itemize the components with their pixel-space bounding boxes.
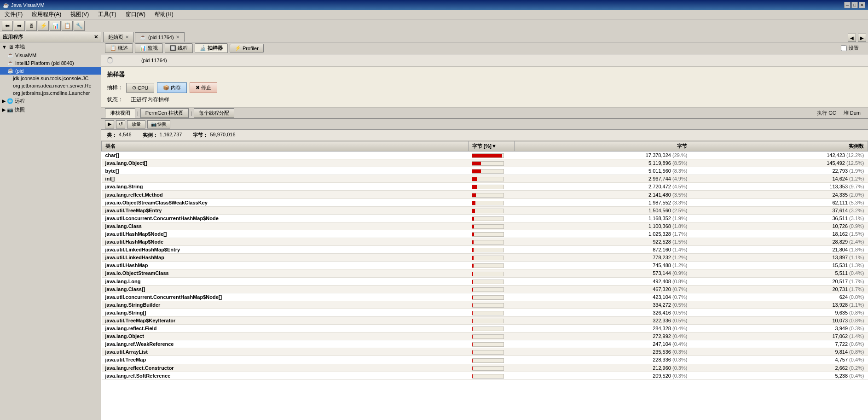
table-row[interactable]: java.lang.Class[] 467,320 (0.7%) 20,731 … bbox=[102, 285, 868, 293]
table-row[interactable]: java.lang.Class 1,100,368 (1.8%) 10,726 … bbox=[102, 222, 868, 230]
menu-help[interactable]: 帮助(H) bbox=[152, 10, 176, 19]
toolbar-snapshot[interactable]: 📷 快照 bbox=[147, 120, 170, 128]
sidebar-item-launcher[interactable]: org.jetbrains.jps.cmdline.Launcher bbox=[0, 89, 101, 97]
menu-app[interactable]: 应用程序(A) bbox=[29, 10, 64, 19]
table-row[interactable]: java.lang.Object[] 5,119,896 (8.5%) 145,… bbox=[102, 159, 868, 167]
toolbar-btn5[interactable]: 🔧 bbox=[74, 21, 85, 31]
tab-start-close[interactable]: ✕ bbox=[125, 35, 129, 40]
close-button[interactable]: ✕ bbox=[859, 2, 865, 8]
cpu-button[interactable]: ⊙ CPU bbox=[126, 83, 154, 93]
table-row[interactable]: java.lang.ref.WeakReference 247,104 (0.4… bbox=[102, 340, 868, 348]
table-row[interactable]: java.lang.reflect.Method 2,141,480 (3.5%… bbox=[102, 191, 868, 198]
cell-bytes-bar bbox=[468, 222, 514, 230]
menu-view[interactable]: 视图(V) bbox=[68, 10, 92, 19]
tab-nav-right[interactable]: ▶ bbox=[858, 34, 866, 42]
heap-tab-permgen[interactable]: PermGen 柱状图 bbox=[140, 108, 189, 118]
menu-window[interactable]: 窗口(W) bbox=[123, 10, 148, 19]
tab-start[interactable]: 起始页 ✕ bbox=[103, 32, 134, 42]
table-row[interactable]: java.util.ArrayList 235,536 (0.3%) 9,814… bbox=[102, 348, 868, 356]
intellij-label: IntelliJ Platform (pid 8840) bbox=[15, 60, 74, 66]
sub-tab-sampler[interactable]: 🔬 抽样器 bbox=[195, 43, 228, 53]
table-row[interactable]: java.lang.Object 272,992 (0.4%) 17,062 (… bbox=[102, 332, 868, 340]
cell-instances: 5,238 (0.4%) bbox=[691, 372, 868, 379]
toolbar-btn2[interactable]: ⚡ bbox=[38, 21, 49, 31]
table-row[interactable]: java.lang.reflect.Constructor 212,960 (0… bbox=[102, 364, 868, 372]
table-row[interactable]: java.util.concurrent.ConcurrentHashMap$N… bbox=[102, 293, 868, 301]
sidebar-item-snapshot[interactable]: ▶ 📷 快照 bbox=[0, 105, 101, 114]
menu-file[interactable]: 文件(F) bbox=[2, 10, 25, 19]
cell-instances: 62,111 (5.3%) bbox=[691, 198, 868, 206]
cell-instances: 7,722 (0.6%) bbox=[691, 340, 868, 348]
cell-instances: 142,423 (12.2%) bbox=[691, 152, 868, 159]
table-row[interactable]: int[] 2,967,744 (4.9%) 14,624 (1.2%) bbox=[102, 175, 868, 183]
table-row[interactable]: java.io.ObjectStreamClass 573,144 (0.9%)… bbox=[102, 269, 868, 277]
tab-process-close[interactable]: ✕ bbox=[176, 35, 179, 40]
heap-tab-thread[interactable]: 每个线程分配 bbox=[194, 108, 234, 118]
tab-process[interactable]: ☕ (pid 11764) ✕ bbox=[135, 32, 185, 42]
minimize-button[interactable]: ─ bbox=[844, 2, 851, 8]
sidebar-item-remote[interactable]: ▶ 🌐 远程 bbox=[0, 97, 101, 105]
toolbar-forward[interactable]: ➡ bbox=[14, 21, 25, 31]
title-bar: ☕ Java VisualVM ─ □ ✕ bbox=[0, 0, 868, 10]
table-row[interactable]: byte[] 5,011,560 (8.3%) 22,793 (1.9%) bbox=[102, 167, 868, 175]
cell-bytes: 778,232 (1.2%) bbox=[514, 254, 691, 262]
table-row[interactable]: java.lang.String[] 326,416 (0.5%) 9,635 … bbox=[102, 309, 868, 316]
sub-tab-overview[interactable]: 📋 概述 bbox=[105, 43, 133, 53]
sidebar-item-local[interactable]: ▼ 🖥 本地 bbox=[0, 42, 101, 51]
sub-tab-profiler[interactable]: ⚡ Profiler bbox=[230, 44, 264, 52]
sub-tab-monitor[interactable]: 📊 监视 bbox=[135, 43, 163, 53]
table-row[interactable]: java.util.HashMap$Node 922,528 (1.5%) 28… bbox=[102, 238, 868, 246]
menu-tools[interactable]: 工具(T) bbox=[95, 10, 119, 19]
col-header-bytes-bar[interactable]: 字节 [%]▼ bbox=[468, 141, 514, 152]
sidebar-item-visualvm[interactable]: ☕ VisualVM bbox=[0, 51, 101, 59]
cell-bytes: 247,104 (0.4%) bbox=[514, 340, 691, 348]
sidebar-item-pid[interactable]: ☕ (pid bbox=[0, 67, 101, 75]
table-row[interactable]: java.util.concurrent.ConcurrentHashMap$N… bbox=[102, 214, 868, 222]
table-row[interactable]: java.util.HashMap 745,488 (1.2%) 15,531 … bbox=[102, 262, 868, 269]
loading-spinner bbox=[107, 57, 113, 64]
cell-name: java.lang.reflect.Constructor bbox=[102, 364, 469, 372]
toolbar-play[interactable]: ▶ bbox=[105, 120, 114, 128]
settings-checkbox[interactable] bbox=[841, 45, 847, 51]
left-panel-close[interactable]: ✕ bbox=[94, 34, 98, 40]
table-row[interactable]: java.util.LinkedHashMap$Entry 872,160 (1… bbox=[102, 246, 868, 254]
tab-process-icon: ☕ bbox=[140, 34, 146, 40]
memory-button[interactable]: 📦 内存 bbox=[157, 82, 187, 93]
cell-name: java.util.ArrayList bbox=[102, 348, 469, 356]
table-row[interactable]: java.util.HashMap$Node[] 1,025,328 (1.7%… bbox=[102, 230, 868, 238]
table-row[interactable]: java.lang.ref.SoftReference 209,520 (0.3… bbox=[102, 372, 868, 379]
table-row[interactable]: java.lang.reflect.Field 284,328 (0.4%) 3… bbox=[102, 325, 868, 332]
sidebar-item-jdk-jconsole[interactable]: jdk.jconsole.sun.tools.jconsole.JC bbox=[0, 75, 101, 82]
tab-nav-left[interactable]: ◀ bbox=[848, 34, 856, 42]
cell-bytes: 5,011,560 (8.3%) bbox=[514, 167, 691, 175]
exec-gc-label: 执行 GC bbox=[817, 110, 836, 117]
col-header-instances[interactable]: 实例数 bbox=[691, 141, 868, 152]
col-header-name[interactable]: 类名 bbox=[102, 141, 469, 152]
table-row[interactable]: java.io.ObjectStreamClass$WeakClassKey 1… bbox=[102, 198, 868, 206]
sub-tab-threads[interactable]: 🔲 线程 bbox=[165, 43, 193, 53]
heap-tab-frames[interactable]: 堆栈视图 bbox=[105, 108, 135, 118]
table-row[interactable]: java.util.LinkedHashMap 778,232 (1.2%) 1… bbox=[102, 254, 868, 262]
expand-icon-remote: ▶ bbox=[2, 98, 6, 104]
table-row[interactable]: java.util.TreeMap$KeyIterator 322,336 (0… bbox=[102, 316, 868, 324]
sidebar-item-intellij[interactable]: ☕ IntelliJ Platform (pid 8840) bbox=[0, 59, 101, 67]
table-row[interactable]: java.util.TreeMap$Entry 1,504,560 (2.5%)… bbox=[102, 206, 868, 214]
cell-bytes: 212,960 (0.3%) bbox=[514, 364, 691, 372]
table-row[interactable]: java.lang.Long 492,408 (0.8%) 20,517 (1.… bbox=[102, 277, 868, 285]
toolbar-btn4[interactable]: 📋 bbox=[62, 21, 73, 31]
data-table-container[interactable]: 类名 字节 [%]▼ 字节 实例数 char[] 17,378,024 (29.… bbox=[101, 141, 868, 420]
intellij-icon: ☕ bbox=[7, 60, 14, 66]
col-header-bytes[interactable]: 字节 bbox=[514, 141, 691, 152]
sidebar-item-maven[interactable]: org.jetbrains.idea.maven.server.Re bbox=[0, 82, 101, 89]
toolbar-back[interactable]: ⬅ bbox=[2, 21, 13, 31]
table-row[interactable]: java.lang.String 2,720,472 (4.5%) 113,35… bbox=[102, 183, 868, 191]
stop-button[interactable]: ✖ 停止 bbox=[190, 82, 217, 93]
toolbar-btn3[interactable]: 📊 bbox=[50, 21, 61, 31]
table-row[interactable]: java.util.TreeMap 228,336 (0.3%) 4,757 (… bbox=[102, 356, 868, 364]
toolbar-zoom[interactable]: 放量 bbox=[127, 120, 145, 128]
table-row[interactable]: char[] 17,378,024 (29.%) 142,423 (12.2%) bbox=[102, 152, 868, 159]
toolbar-refresh[interactable]: ↺ bbox=[116, 120, 125, 128]
table-row[interactable]: java.lang.StringBuilder 334,272 (0.5%) 1… bbox=[102, 301, 868, 309]
toolbar-btn1[interactable]: 🖥 bbox=[26, 21, 37, 31]
maximize-button[interactable]: □ bbox=[851, 2, 858, 8]
